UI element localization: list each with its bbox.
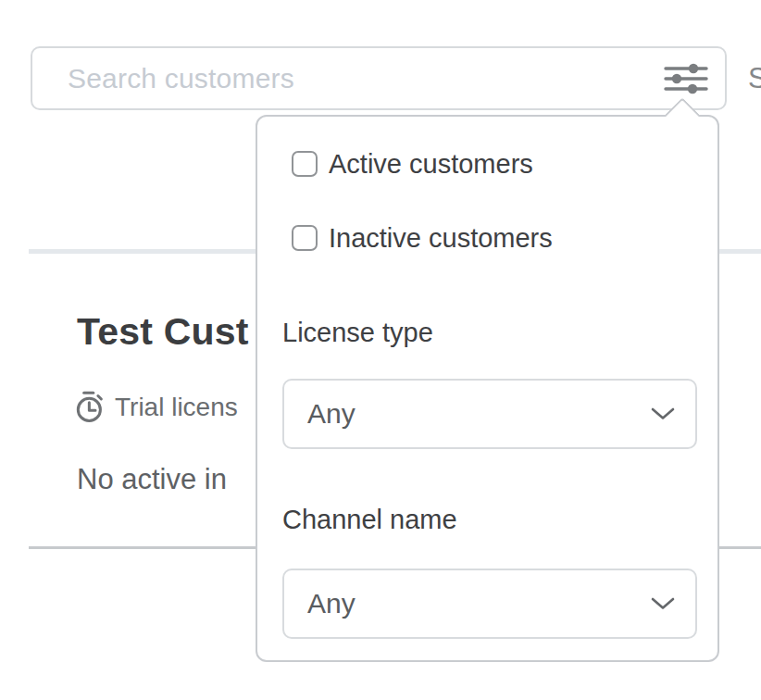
status-text: No active in	[77, 463, 227, 496]
checkbox-label: Inactive customers	[329, 225, 553, 252]
customer-title: Test Cust	[77, 310, 249, 354]
filter-popover: Active customers Inactive customers Lice…	[256, 115, 719, 662]
inactive-customers-checkbox[interactable]	[292, 225, 318, 251]
checkbox-row-active-customers[interactable]: Active customers	[292, 150, 533, 178]
license-type-value: Any	[307, 398, 356, 430]
sliders-icon	[664, 62, 708, 95]
license-row: Trial licens	[72, 390, 238, 425]
channel-name-select[interactable]: Any	[282, 569, 697, 639]
active-customers-checkbox[interactable]	[292, 151, 318, 177]
filter-button[interactable]	[662, 58, 710, 99]
partial-right-text: S	[748, 46, 761, 110]
license-type-label: License type	[282, 314, 433, 351]
checkbox-row-inactive-customers[interactable]: Inactive customers	[292, 224, 553, 252]
channel-name-value: Any	[307, 588, 356, 619]
customers-page: Search customers S Te	[0, 0, 761, 700]
chevron-down-icon	[651, 597, 675, 610]
timer-icon	[72, 389, 107, 426]
search-placeholder: Search customers	[68, 48, 294, 108]
license-type-select[interactable]: Any	[282, 379, 697, 449]
chevron-down-icon	[651, 407, 675, 420]
search-input[interactable]: Search customers	[31, 46, 727, 110]
checkbox-label: Active customers	[329, 151, 533, 178]
channel-name-label: Channel name	[282, 501, 457, 538]
license-text: Trial licens	[115, 393, 238, 422]
